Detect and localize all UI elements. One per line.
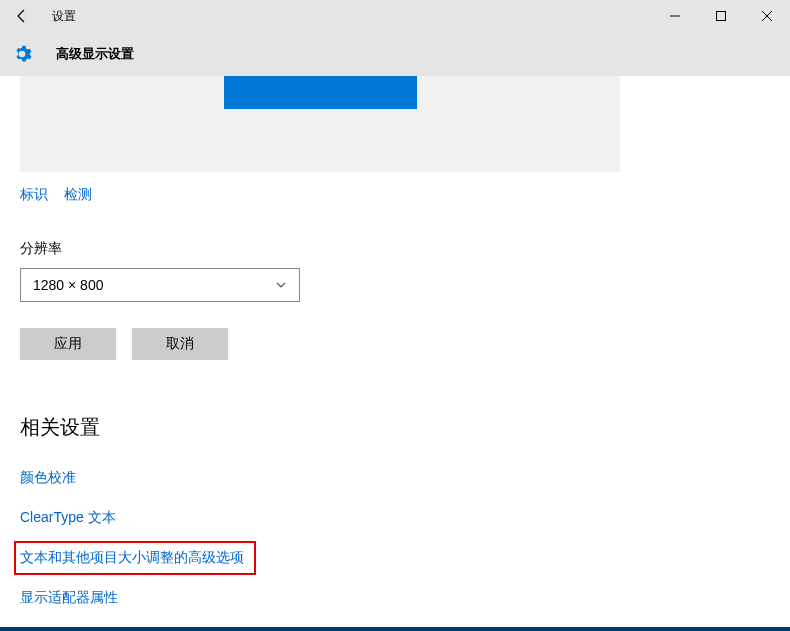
page-title: 高级显示设置 [56,45,134,63]
back-button[interactable] [0,0,44,32]
identify-link[interactable]: 标识 [20,186,48,204]
content-area: 标识 检测 分辨率 1280 × 800 应用 取消 相关设置 颜色校准 Cle… [0,76,790,607]
minimize-button[interactable] [652,0,698,32]
window-controls [652,0,790,32]
detect-link[interactable]: 检测 [64,186,92,204]
button-row: 应用 取消 [20,328,770,360]
resolution-label: 分辨率 [20,240,770,258]
close-icon [762,11,772,21]
maximize-icon [716,11,726,21]
related-links-list: 颜色校准 ClearType 文本 文本和其他项目大小调整的高级选项 显示适配器… [20,469,770,607]
title-bar: 设置 [0,0,790,32]
window-title: 设置 [52,8,76,25]
close-button[interactable] [744,0,790,32]
advanced-sizing-link[interactable]: 文本和其他项目大小调整的高级选项 [14,541,256,575]
cleartype-text-link[interactable]: ClearType 文本 [20,509,116,527]
resolution-value: 1280 × 800 [33,277,103,293]
back-arrow-icon [14,8,30,24]
header-bar: 高级显示设置 [0,32,790,76]
svg-rect-1 [717,12,726,21]
color-calibration-link[interactable]: 颜色校准 [20,469,76,487]
related-settings-heading: 相关设置 [20,414,770,441]
resolution-dropdown[interactable]: 1280 × 800 [20,268,300,302]
display-adapter-link[interactable]: 显示适配器属性 [20,589,118,607]
minimize-icon [670,11,680,21]
monitor-preview[interactable] [224,76,417,109]
cancel-button[interactable]: 取消 [132,328,228,360]
bottom-bar [0,627,790,631]
svg-point-4 [20,51,25,56]
monitor-preview-area [20,76,620,172]
apply-button[interactable]: 应用 [20,328,116,360]
display-action-links: 标识 检测 [20,186,770,204]
gear-icon [12,44,32,64]
chevron-down-icon [275,279,287,291]
maximize-button[interactable] [698,0,744,32]
